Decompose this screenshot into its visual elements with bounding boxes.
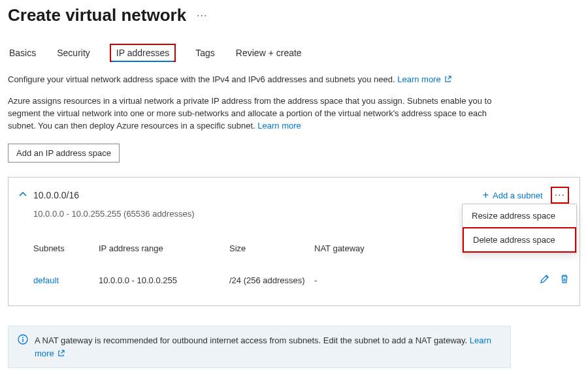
menu-resize-address-space[interactable]: Resize address space xyxy=(463,204,576,227)
more-icon[interactable]: ∙∙∙ xyxy=(197,10,207,22)
col-header-subnets: Subnets xyxy=(33,243,99,253)
info-banner: A NAT gateway is recommended for outboun… xyxy=(8,326,511,368)
description: Configure your virtual network address s… xyxy=(8,74,511,132)
learn-more-link-2[interactable]: Learn more xyxy=(257,121,301,131)
chevron-up-icon[interactable] xyxy=(19,191,27,200)
subnet-name-link[interactable]: default xyxy=(33,275,99,285)
col-header-size: Size xyxy=(229,243,314,253)
svg-rect-2 xyxy=(22,339,23,342)
tab-ip-addresses[interactable]: IP addresses xyxy=(110,44,176,62)
desc-line1-text: Configure your virtual network address s… xyxy=(8,74,397,84)
subnet-range: 10.0.0.0 - 10.0.0.255 xyxy=(99,275,229,285)
tab-review-create[interactable]: Review + create xyxy=(235,44,303,62)
add-address-space-button[interactable]: Add an IP address space xyxy=(8,144,120,163)
address-space-cidr: 10.0.0.0/16 xyxy=(33,190,79,200)
plus-icon: + xyxy=(483,189,489,201)
desc-line2-text: Azure assigns resources in a virtual net… xyxy=(8,96,491,131)
add-subnet-button[interactable]: + Add a subnet xyxy=(483,189,543,201)
add-subnet-label: Add a subnet xyxy=(493,191,543,200)
page-title: Create virtual network xyxy=(8,5,186,25)
address-space-more-icon[interactable]: ∙∙∙ xyxy=(551,187,569,204)
learn-more-link-1[interactable]: Learn more xyxy=(397,74,452,84)
tab-basics[interactable]: Basics xyxy=(8,44,37,62)
table-row: default 10.0.0.0 - 10.0.0.255 /24 (256 a… xyxy=(33,268,569,292)
external-link-icon xyxy=(57,348,65,356)
col-header-nat: NAT gateway xyxy=(314,243,406,253)
delete-icon[interactable] xyxy=(560,274,569,286)
svg-point-1 xyxy=(22,337,24,338)
subnet-size: /24 (256 addresses) xyxy=(229,275,314,285)
banner-text: A NAT gateway is recommended for outboun… xyxy=(35,335,470,345)
external-link-icon xyxy=(444,74,452,82)
info-icon xyxy=(18,334,28,360)
context-menu: Resize address space Delete address spac… xyxy=(462,204,577,253)
tab-bar: Basics Security IP addresses Tags Review… xyxy=(8,44,580,62)
tab-tags[interactable]: Tags xyxy=(194,44,216,62)
col-header-range: IP address range xyxy=(99,243,229,253)
edit-icon[interactable] xyxy=(540,274,549,286)
subnet-nat: - xyxy=(314,275,406,285)
menu-delete-address-space[interactable]: Delete address space xyxy=(463,227,576,253)
tab-security[interactable]: Security xyxy=(56,44,91,62)
address-space-card: 10.0.0.0/16 + Add a subnet ∙∙∙ Resize ad… xyxy=(8,177,580,306)
